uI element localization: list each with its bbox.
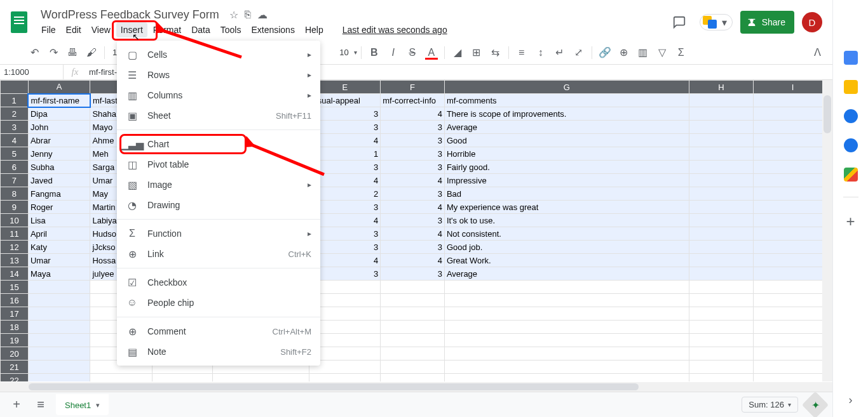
cell[interactable]: Jenny [28,147,90,161]
col-header[interactable]: A [28,81,90,94]
all-sheets-icon[interactable]: ≡ [32,396,50,414]
cell[interactable] [28,307,90,321]
menu-checkbox[interactable]: ☑Checkbox [117,272,320,293]
cell[interactable] [689,361,754,374]
col-header[interactable]: G [444,81,689,94]
row-header[interactable]: 5 [1,147,29,161]
cell[interactable] [689,307,754,321]
collapse-panel-icon[interactable]: › [849,394,853,407]
cell[interactable] [444,281,689,294]
cell[interactable]: Average [444,267,689,281]
cell[interactable]: 3 [381,214,445,227]
menu-format[interactable]: Format [149,22,186,37]
cell[interactable]: Impressive [444,174,689,187]
cell[interactable] [444,294,689,307]
cell[interactable] [754,147,832,161]
cell[interactable] [754,94,832,107]
cell[interactable]: My experience was great [444,201,689,214]
calendar-icon[interactable] [844,51,858,65]
quick-sum[interactable]: Sum: 126 ▾ [742,397,798,413]
cell[interactable] [689,134,754,147]
cell[interactable]: 4 [381,254,445,267]
cell[interactable] [754,254,832,267]
row-header[interactable]: 12 [1,241,29,254]
cell[interactable] [444,347,689,361]
strikethrough-icon[interactable]: S [403,44,421,62]
name-box[interactable]: 1:1000 [0,65,64,79]
menu-comment[interactable]: ⊕CommentCtrl+Alt+M [117,321,320,341]
row-header[interactable]: 2 [1,107,29,121]
cell[interactable]: Great Work. [444,254,689,267]
cell[interactable] [754,174,832,187]
menu-function[interactable]: ΣFunction▸ [117,223,320,244]
cell[interactable]: Maya [28,267,90,281]
cell[interactable] [689,281,754,294]
cell[interactable]: Abrar [28,134,90,147]
menu-chart[interactable]: ▁▃▅Chart [117,134,320,154]
cell[interactable] [754,161,832,174]
cell[interactable] [689,321,754,334]
valign-icon[interactable]: ↕ [532,44,550,62]
cell[interactable] [689,267,754,281]
row-header[interactable]: 7 [1,174,29,187]
undo-icon[interactable]: ↶ [25,44,43,62]
cell[interactable] [689,94,754,107]
cell[interactable] [689,334,754,347]
rotate-icon[interactable]: ⤢ [570,44,588,62]
cell[interactable] [444,321,689,334]
cell[interactable]: Good job. [444,241,689,254]
cell[interactable] [689,201,754,214]
cell[interactable]: John [28,121,90,134]
cell[interactable] [444,334,689,347]
cloud-icon[interactable]: ☁ [257,9,268,21]
doc-title[interactable]: WordPress Feedback Survey Form [37,7,223,23]
bold-icon[interactable]: B [365,44,383,62]
cell[interactable] [381,334,445,347]
cell[interactable] [689,121,754,134]
row-header[interactable]: 17 [1,307,29,321]
cell[interactable] [90,374,152,382]
cell[interactable]: Bad [444,187,689,201]
menu-image[interactable]: ▧Image▸ [117,175,320,195]
cell[interactable]: 4 [381,227,445,241]
row-header[interactable]: 9 [1,201,29,214]
row-header[interactable]: 18 [1,321,29,334]
horizontal-scrollbar[interactable] [0,382,832,392]
borders-icon[interactable]: ⊞ [468,44,485,62]
explore-button[interactable]: ✦ [802,391,829,417]
cell[interactable]: mf-first-name [28,94,90,107]
cell[interactable] [444,374,689,382]
cell[interactable]: 4 [381,174,445,187]
cell[interactable]: 3 [381,161,445,174]
cell[interactable]: 4 [381,107,445,121]
row-header[interactable]: 14 [1,267,29,281]
cell[interactable] [754,241,832,254]
keep-icon[interactable] [844,80,858,94]
add-sheet-icon[interactable]: + [8,396,25,414]
cell[interactable] [754,294,832,307]
cell[interactable] [689,147,754,161]
cell[interactable] [152,374,212,382]
menu-rows[interactable]: ☰Rows▸ [117,65,320,85]
cell[interactable] [754,321,832,334]
link-icon[interactable]: 🔗 [596,44,614,62]
share-button[interactable]: Share [740,11,794,34]
row-header[interactable]: 19 [1,334,29,347]
cell[interactable]: mf-comments [444,94,689,107]
fill-color-icon[interactable]: ◢ [449,44,466,62]
maps-icon[interactable] [844,168,858,182]
cell[interactable]: April [28,227,90,241]
cell[interactable] [689,294,754,307]
cell[interactable] [28,321,90,334]
print-icon[interactable]: 🖶 [64,44,81,62]
cell[interactable] [28,361,90,374]
cell[interactable] [28,374,90,382]
cell[interactable] [689,254,754,267]
comment-history-icon[interactable] [667,10,692,35]
cell[interactable] [754,307,832,321]
cell[interactable]: Umar [28,254,90,267]
row-header[interactable]: 3 [1,121,29,134]
comment-icon[interactable]: ⊕ [615,44,633,62]
row-header[interactable]: 13 [1,254,29,267]
cell[interactable]: Javed [28,174,90,187]
